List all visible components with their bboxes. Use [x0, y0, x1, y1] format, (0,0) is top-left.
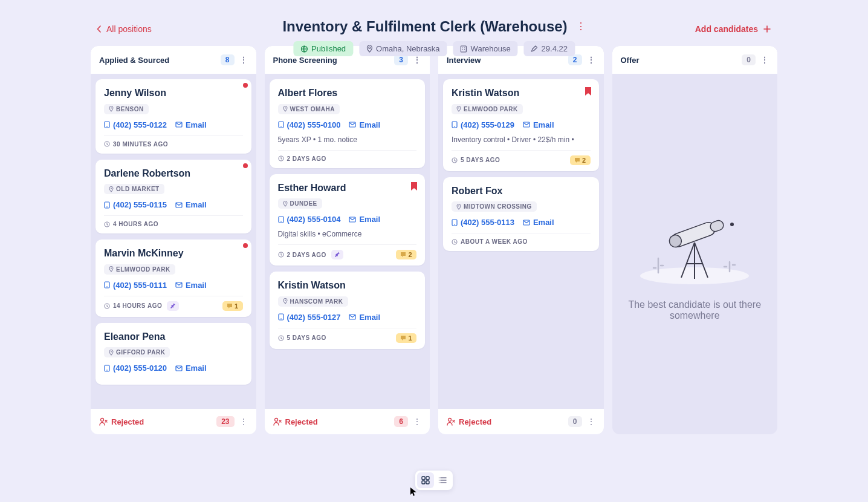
- phone-icon: [104, 281, 110, 288]
- phone-link[interactable]: (402) 555-0100: [278, 120, 341, 129]
- phone-link[interactable]: (402) 555-0129: [452, 120, 514, 129]
- column-menu[interactable]: ⋮: [413, 56, 421, 64]
- rejected-section[interactable]: Rejected 0 ⋮: [438, 408, 604, 434]
- column-title: Interview: [447, 56, 481, 65]
- svg-point-41: [454, 126, 455, 127]
- candidate-card[interactable]: Darlene Robertson OLD MARKET (402) 555-0…: [96, 160, 251, 234]
- email-link[interactable]: Email: [349, 313, 380, 322]
- rejected-count: 6: [394, 416, 408, 427]
- back-to-positions[interactable]: All positions: [97, 24, 152, 34]
- column-count: 0: [742, 54, 756, 65]
- candidate-card[interactable]: Kristin Watson HANSCOM PARK (402) 555-01…: [270, 272, 426, 349]
- column-menu[interactable]: ⋮: [587, 56, 595, 64]
- date-chip[interactable]: 29.4.22: [524, 41, 575, 56]
- email-link[interactable]: Email: [523, 120, 554, 129]
- clock-icon: [278, 335, 284, 341]
- rejected-count: 23: [216, 416, 234, 427]
- comment-badge[interactable]: 1: [222, 301, 243, 311]
- svg-rect-59: [422, 477, 425, 480]
- map-pin-icon: [109, 266, 114, 272]
- add-candidates-button[interactable]: Add candidates: [695, 24, 771, 34]
- bookmark-icon[interactable]: [410, 181, 418, 194]
- column-count: 8: [221, 54, 235, 65]
- kanban-view-button[interactable]: [417, 472, 434, 488]
- candidate-card[interactable]: Kristin Watson ELMWOOD PARK (402) 555-01…: [443, 79, 599, 171]
- status-chip[interactable]: Published: [293, 41, 353, 56]
- phone-link[interactable]: (402) 555-0111: [104, 281, 167, 290]
- pipeline-column: Applied & Sourced 8 ⋮ Jenny Wilson BENSO…: [91, 46, 256, 434]
- telescope-illustration: [634, 188, 755, 287]
- email-link[interactable]: Email: [349, 120, 380, 129]
- card-notes: 5years XP • 1 mo. notice: [278, 135, 417, 144]
- candidate-card[interactable]: Robert Fox MIDTOWN CROSSING (402) 555-01…: [443, 177, 599, 252]
- rejected-section[interactable]: Rejected 23 ⋮: [91, 408, 256, 434]
- svg-point-46: [454, 224, 455, 225]
- rejected-section[interactable]: Rejected 6 ⋮: [265, 408, 430, 434]
- svg-point-15: [106, 286, 108, 287]
- candidate-location: ELMWOOD PARK: [452, 104, 523, 114]
- department-chip[interactable]: Warehouse: [453, 41, 518, 56]
- user-x-icon: [273, 417, 282, 426]
- user-x-icon: [447, 417, 455, 426]
- email-link[interactable]: Email: [175, 200, 207, 209]
- column-title: Applied & Sourced: [99, 56, 169, 65]
- rejected-count: 0: [568, 416, 582, 427]
- candidate-card[interactable]: Eleanor Pena GIFFORD PARK (402) 555-0120…: [96, 323, 251, 385]
- phone-link[interactable]: (402) 555-0113: [452, 218, 514, 227]
- rejected-menu[interactable]: ⋮: [587, 417, 595, 426]
- svg-point-39: [458, 108, 459, 109]
- chevron-left-icon: [97, 25, 102, 33]
- pin-badge: [167, 301, 179, 311]
- map-pin-icon: [366, 45, 372, 53]
- candidate-card[interactable]: Jenny Wilson BENSON (402) 555-0122 Email…: [96, 79, 251, 154]
- svg-point-25: [280, 126, 282, 127]
- svg-point-38: [274, 419, 277, 422]
- phone-icon: [452, 219, 458, 226]
- phone-link[interactable]: (402) 555-0122: [104, 120, 167, 129]
- candidate-card[interactable]: Marvin McKinney ELMWOOD PARK (402) 555-0…: [96, 240, 251, 317]
- position-menu[interactable]: ⋮: [576, 22, 586, 31]
- rejected-menu[interactable]: ⋮: [239, 417, 248, 426]
- clock-icon: [278, 155, 284, 161]
- candidate-name: Darlene Robertson: [104, 168, 243, 179]
- email-link[interactable]: Email: [175, 281, 207, 290]
- location-chip[interactable]: Omaha, Nebraska: [359, 41, 447, 56]
- email-link[interactable]: Email: [175, 363, 207, 373]
- phone-link[interactable]: (402) 555-0104: [278, 215, 341, 224]
- card-footer: 5 DAYS AGO 1: [278, 328, 417, 343]
- phone-link[interactable]: (402) 555-0120: [104, 363, 167, 373]
- mail-icon: [523, 220, 530, 226]
- candidate-card[interactable]: Albert Flores WEST OMAHA (402) 555-0100 …: [270, 79, 426, 168]
- email-link[interactable]: Email: [175, 120, 207, 129]
- rejected-menu[interactable]: ⋮: [413, 417, 421, 426]
- svg-rect-62: [426, 481, 429, 484]
- phone-link[interactable]: (402) 555-0115: [104, 200, 167, 209]
- candidate-location: MIDTOWN CROSSING: [452, 201, 537, 212]
- comment-badge[interactable]: 2: [396, 250, 416, 259]
- column-menu[interactable]: ⋮: [760, 56, 769, 64]
- candidate-location: DUNDEE: [278, 198, 322, 209]
- email-link[interactable]: Email: [523, 218, 554, 227]
- email-link[interactable]: Email: [349, 215, 380, 224]
- mail-icon: [175, 122, 183, 128]
- bookmark-icon[interactable]: [585, 86, 592, 99]
- pen-icon: [531, 45, 538, 52]
- mail-icon: [349, 217, 356, 223]
- pipeline-column: Offer 0 ⋮: [612, 46, 778, 434]
- comment-badge[interactable]: 2: [570, 155, 591, 165]
- candidate-name: Eleanor Pena: [104, 331, 243, 342]
- empty-text: The best candidate is out there somewher…: [624, 299, 766, 321]
- clock-icon: [278, 252, 284, 258]
- card-footer: 5 DAYS AGO 2: [452, 150, 591, 165]
- comment-badge[interactable]: 1: [396, 333, 416, 343]
- phone-link[interactable]: (402) 555-0127: [278, 313, 341, 322]
- pipeline-column: Interview 2 ⋮ Kristin Watson ELMWOOD PAR…: [438, 46, 604, 434]
- rejected-label: Rejected: [273, 417, 318, 426]
- map-pin-icon: [456, 204, 461, 210]
- mail-icon: [175, 202, 183, 208]
- svg-point-18: [111, 351, 112, 352]
- column-menu[interactable]: ⋮: [239, 56, 248, 64]
- candidate-card[interactable]: Esther Howard DUNDEE (402) 555-0104 Emai…: [270, 174, 426, 266]
- phone-icon: [278, 216, 284, 223]
- list-view-button[interactable]: [434, 472, 451, 488]
